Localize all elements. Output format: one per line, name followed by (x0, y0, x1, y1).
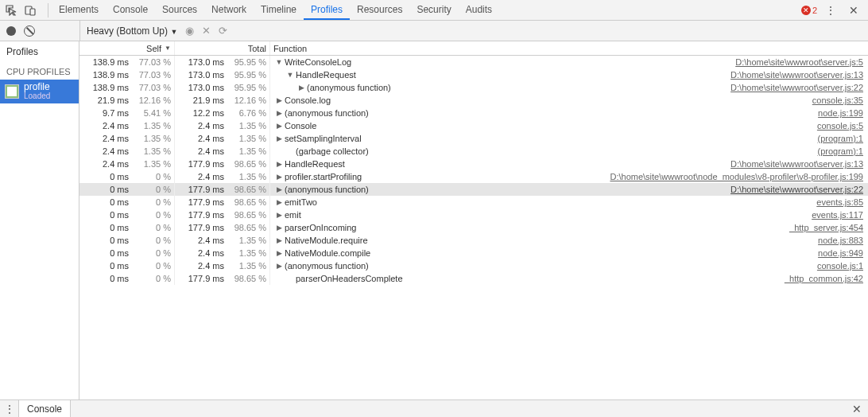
source-link[interactable]: node.js:199 (818, 108, 868, 118)
table-row[interactable]: 138.9 ms77.03 %173.0 ms95.95 %▼WriteCons… (79, 56, 868, 68)
disclosure-icon[interactable]: ▶ (275, 211, 283, 219)
function-name: (garbage collector) (296, 146, 369, 156)
sidebar-title: Profiles (0, 41, 79, 60)
error-badge[interactable]: ✕ 2 (801, 6, 817, 15)
tab-security[interactable]: Security (409, 0, 458, 20)
source-link[interactable]: D:\home\site\wwwroot\server.js:5 (735, 57, 868, 67)
tab-network[interactable]: Network (204, 0, 254, 20)
source-link[interactable]: (program):1 (818, 146, 868, 156)
table-row[interactable]: 138.9 ms77.03 %173.0 ms95.95 %▼HandleReq… (79, 68, 868, 81)
table-row[interactable]: 0 ms0 %2.4 ms1.35 %▶(anonymous function)… (79, 259, 868, 272)
focus-icon[interactable]: ◉ (185, 25, 194, 37)
source-link[interactable]: node.js:883 (818, 236, 868, 245)
col-total[interactable]: Total (175, 41, 270, 55)
disclosure-icon[interactable]: ▶ (275, 236, 283, 244)
device-mode-icon[interactable] (22, 2, 38, 18)
tab-console[interactable]: Console (106, 0, 155, 20)
tab-audits[interactable]: Audits (459, 0, 499, 20)
disclosure-icon[interactable]: ▶ (275, 122, 283, 130)
function-name: parserOnHeadersComplete (296, 274, 403, 283)
tab-sources[interactable]: Sources (155, 0, 204, 20)
sidebar-item-profile[interactable]: profile Loaded (0, 80, 79, 103)
table-row[interactable]: 0 ms0 %177.9 ms98.65 %▶(anonymous functi… (79, 183, 868, 196)
source-link[interactable]: console.js:35 (812, 95, 868, 105)
disclosure-icon[interactable]: ▶ (275, 173, 283, 181)
source-link[interactable]: events.js:85 (816, 197, 868, 207)
function-name: Console (285, 121, 316, 131)
table-row[interactable]: 2.4 ms1.35 %177.9 ms98.65 %▶HandleReques… (79, 158, 868, 170)
source-link[interactable]: _http_server.js:454 (789, 223, 868, 232)
drawer-menu-icon[interactable]: ⋮ (0, 400, 19, 417)
kebab-menu-icon[interactable]: ⋮ (822, 4, 839, 17)
function-name: NativeModule.compile (285, 248, 370, 258)
source-link[interactable]: D:\home\site\wwwroot\node_modules\v8-pro… (610, 172, 868, 181)
tab-timeline[interactable]: Timeline (254, 0, 304, 20)
drawer-tab-console[interactable]: Console (19, 400, 71, 417)
col-function[interactable]: Function (270, 41, 868, 55)
tab-resources[interactable]: Resources (350, 0, 409, 20)
close-devtools-icon[interactable]: ✕ (844, 4, 863, 17)
disclosure-icon[interactable]: ▼ (275, 58, 283, 66)
table-row[interactable]: 9.7 ms5.41 %12.2 ms6.76 %▶(anonymous fun… (79, 107, 868, 119)
table-row[interactable]: 0 ms0 %2.4 ms1.35 %▶profiler.startProfil… (79, 170, 868, 183)
table-row[interactable]: 0 ms0 %177.9 ms98.65 %▶emitTwoevents.js:… (79, 196, 868, 208)
table-row[interactable]: 138.9 ms77.03 %173.0 ms95.95 %▶(anonymou… (79, 81, 868, 94)
table-row[interactable]: 2.4 ms1.35 %2.4 ms1.35 %(garbage collect… (79, 145, 868, 158)
source-link[interactable]: D:\home\site\wwwroot\server.js:22 (730, 185, 868, 194)
function-name: emit (285, 210, 301, 220)
disclosure-icon[interactable]: ▶ (275, 262, 283, 270)
table-row[interactable]: 0 ms0 %177.9 ms98.65 %▶emitevents.js:117 (79, 208, 868, 221)
disclosure-icon[interactable]: ▶ (275, 185, 283, 193)
record-icon[interactable] (6, 26, 16, 36)
profile-name: profile (24, 82, 50, 92)
table-row[interactable]: 0 ms0 %2.4 ms1.35 %▶NativeModule.compile… (79, 247, 868, 259)
table-row[interactable]: 21.9 ms12.16 %21.9 ms12.16 %▶Console.log… (79, 94, 868, 107)
source-link[interactable]: (program):1 (818, 134, 868, 143)
function-name: profiler.startProfiling (285, 172, 362, 181)
function-name: (anonymous function) (285, 185, 369, 194)
profiles-sidebar: Profiles CPU PROFILES profile Loaded (0, 41, 79, 399)
tab-elements[interactable]: Elements (52, 0, 106, 20)
disclosure-icon[interactable]: ▶ (297, 84, 305, 92)
table-row[interactable]: 2.4 ms1.35 %2.4 ms1.35 %▶setSamplingInte… (79, 132, 868, 145)
source-link[interactable]: console.js:5 (817, 121, 868, 131)
source-link[interactable]: node.js:949 (818, 248, 868, 258)
disclosure-icon[interactable]: ▶ (275, 198, 283, 206)
disclosure-icon[interactable]: ▶ (275, 109, 283, 117)
view-mode-select[interactable]: Heavy (Bottom Up) ▼ (87, 25, 177, 37)
devtools-tabbar: ElementsConsoleSourcesNetworkTimelinePro… (0, 0, 868, 21)
table-row[interactable]: 0 ms0 %177.9 ms98.65 %▶parserOnIncoming_… (79, 221, 868, 234)
inspect-element-icon[interactable] (3, 2, 19, 18)
function-name: NativeModule.require (285, 236, 368, 245)
reload-icon[interactable]: ⟳ (219, 25, 227, 37)
table-row[interactable]: 0 ms0 %2.4 ms1.35 %▶NativeModule.require… (79, 234, 868, 247)
table-row[interactable]: 2.4 ms1.35 %2.4 ms1.35 %▶Consoleconsole.… (79, 119, 868, 132)
error-count: 2 (812, 6, 817, 15)
view-mode-label: Heavy (Bottom Up) (87, 25, 168, 37)
disclosure-icon[interactable]: ▶ (275, 134, 283, 142)
disclosure-icon[interactable]: ▶ (275, 249, 283, 257)
function-name: Console.log (285, 95, 331, 105)
source-link[interactable]: D:\home\site\wwwroot\server.js:13 (730, 159, 868, 169)
drawer-close-icon[interactable]: ✕ (846, 403, 868, 415)
sidebar-section: CPU PROFILES (0, 60, 79, 80)
source-link[interactable]: D:\home\site\wwwroot\server.js:13 (730, 70, 868, 80)
tab-profiles[interactable]: Profiles (304, 0, 350, 20)
source-link[interactable]: _http_common.js:42 (785, 274, 868, 283)
profile-status: Loaded (24, 92, 50, 101)
source-link[interactable]: events.js:117 (812, 210, 868, 220)
clear-icon[interactable] (24, 25, 35, 37)
exclude-icon[interactable]: ✕ (202, 25, 211, 37)
disclosure-icon[interactable]: ▶ (275, 224, 283, 232)
panel-tabs: ElementsConsoleSourcesNetworkTimelinePro… (52, 0, 499, 20)
source-link[interactable]: console.js:1 (817, 261, 868, 271)
disclosure-icon[interactable]: ▶ (275, 96, 283, 104)
source-link[interactable]: D:\home\site\wwwroot\server.js:22 (730, 83, 868, 92)
disclosure-icon[interactable]: ▶ (275, 160, 283, 168)
function-name: HandleRequest (296, 70, 356, 80)
sort-desc-icon: ▼ (165, 45, 171, 52)
col-self[interactable]: Self▼ (79, 41, 175, 55)
function-name: (anonymous function) (285, 261, 369, 271)
table-row[interactable]: 0 ms0 %177.9 ms98.65 %parserOnHeadersCom… (79, 272, 868, 285)
disclosure-icon[interactable]: ▼ (286, 71, 294, 79)
